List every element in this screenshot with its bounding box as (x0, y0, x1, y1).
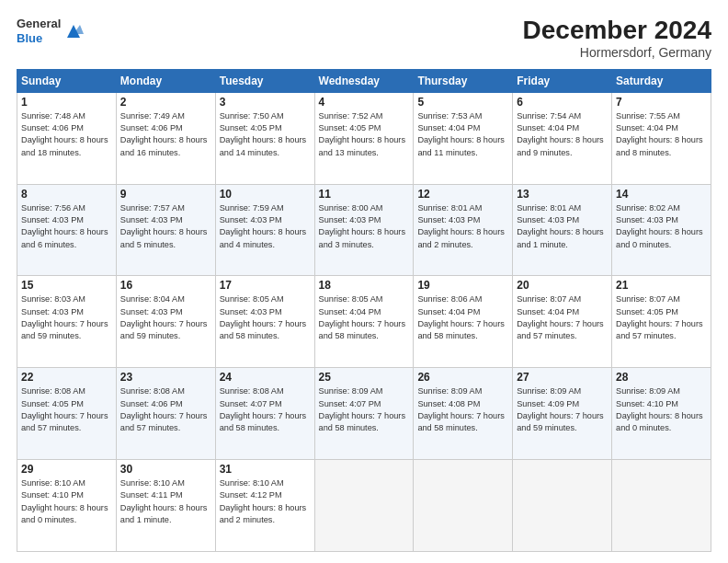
calendar-cell: 14Sunrise: 8:02 AMSunset: 4:03 PMDayligh… (612, 184, 711, 276)
day-info: Sunrise: 8:01 AMSunset: 4:03 PMDaylight … (417, 202, 508, 251)
calendar-cell: 30Sunrise: 8:10 AMSunset: 4:11 PMDayligh… (116, 460, 215, 552)
day-number: 27 (517, 371, 608, 384)
calendar-cell: 31Sunrise: 8:10 AMSunset: 4:12 PMDayligh… (215, 460, 314, 552)
day-number: 2 (120, 96, 211, 109)
calendar-cell: 19Sunrise: 8:06 AMSunset: 4:04 PMDayligh… (414, 276, 513, 368)
calendar-cell (612, 460, 711, 552)
calendar-cell: 1Sunrise: 7:48 AMSunset: 4:06 PMDaylight… (17, 92, 117, 184)
day-info: Sunrise: 8:02 AMSunset: 4:03 PMDaylight … (616, 202, 707, 251)
calendar-cell: 22Sunrise: 8:08 AMSunset: 4:05 PMDayligh… (17, 368, 117, 460)
calendar-cell: 26Sunrise: 8:09 AMSunset: 4:08 PMDayligh… (414, 368, 513, 460)
day-info: Sunrise: 8:10 AMSunset: 4:10 PMDaylight … (21, 477, 112, 526)
day-info: Sunrise: 8:05 AMSunset: 4:03 PMDaylight … (220, 293, 311, 342)
day-info: Sunrise: 7:52 AMSunset: 4:05 PMDaylight … (319, 110, 410, 159)
day-number: 10 (220, 188, 311, 201)
calendar-week-row: 8Sunrise: 7:56 AMSunset: 4:03 PMDaylight… (17, 184, 711, 276)
calendar-table: Sunday Monday Tuesday Wednesday Thursday… (17, 69, 711, 552)
col-wednesday: Wednesday (314, 69, 414, 92)
logo: General Blue (17, 17, 84, 45)
day-number: 6 (517, 96, 608, 109)
day-number: 30 (120, 463, 211, 476)
calendar-week-row: 15Sunrise: 8:03 AMSunset: 4:03 PMDayligh… (17, 276, 711, 368)
day-info: Sunrise: 8:07 AMSunset: 4:05 PMDaylight … (616, 293, 707, 342)
day-info: Sunrise: 8:08 AMSunset: 4:06 PMDaylight … (120, 385, 211, 434)
day-number: 16 (120, 279, 211, 292)
day-info: Sunrise: 8:00 AMSunset: 4:03 PMDaylight … (319, 202, 410, 251)
calendar-cell: 21Sunrise: 8:07 AMSunset: 4:05 PMDayligh… (612, 276, 711, 368)
calendar-cell: 11Sunrise: 8:00 AMSunset: 4:03 PMDayligh… (314, 184, 414, 276)
page: General Blue December 2024 Hormersdorf, … (0, 0, 728, 563)
day-info: Sunrise: 8:05 AMSunset: 4:04 PMDaylight … (319, 293, 410, 342)
calendar-cell: 20Sunrise: 8:07 AMSunset: 4:04 PMDayligh… (513, 276, 612, 368)
col-thursday: Thursday (414, 69, 513, 92)
col-tuesday: Tuesday (215, 69, 314, 92)
day-number: 12 (417, 188, 508, 201)
day-info: Sunrise: 8:08 AMSunset: 4:05 PMDaylight … (21, 385, 112, 434)
col-sunday: Sunday (17, 69, 117, 92)
day-number: 8 (21, 188, 112, 201)
calendar-cell: 24Sunrise: 8:08 AMSunset: 4:07 PMDayligh… (215, 368, 314, 460)
day-number: 15 (21, 279, 112, 292)
col-friday: Friday (513, 69, 612, 92)
day-info: Sunrise: 8:04 AMSunset: 4:03 PMDaylight … (120, 293, 211, 342)
calendar-cell: 23Sunrise: 8:08 AMSunset: 4:06 PMDayligh… (116, 368, 215, 460)
day-info: Sunrise: 7:57 AMSunset: 4:03 PMDaylight … (120, 202, 211, 251)
day-number: 21 (616, 279, 707, 292)
calendar-cell: 18Sunrise: 8:05 AMSunset: 4:04 PMDayligh… (314, 276, 414, 368)
location: Hormersdorf, Germany (523, 45, 711, 60)
day-info: Sunrise: 8:10 AMSunset: 4:11 PMDaylight … (120, 477, 211, 526)
day-number: 28 (616, 371, 707, 384)
calendar-week-row: 29Sunrise: 8:10 AMSunset: 4:10 PMDayligh… (17, 460, 711, 552)
calendar-cell: 15Sunrise: 8:03 AMSunset: 4:03 PMDayligh… (17, 276, 117, 368)
day-info: Sunrise: 8:01 AMSunset: 4:03 PMDaylight … (517, 202, 608, 251)
day-number: 7 (616, 96, 707, 109)
day-info: Sunrise: 8:09 AMSunset: 4:09 PMDaylight … (517, 385, 608, 434)
day-info: Sunrise: 7:55 AMSunset: 4:04 PMDaylight … (616, 110, 707, 159)
title-block: December 2024 Hormersdorf, Germany (523, 17, 711, 60)
day-info: Sunrise: 8:09 AMSunset: 4:10 PMDaylight … (616, 385, 707, 434)
day-number: 18 (319, 279, 410, 292)
day-info: Sunrise: 7:59 AMSunset: 4:03 PMDaylight … (220, 202, 311, 251)
day-number: 23 (120, 371, 211, 384)
day-info: Sunrise: 7:53 AMSunset: 4:04 PMDaylight … (417, 110, 508, 159)
calendar-cell: 27Sunrise: 8:09 AMSunset: 4:09 PMDayligh… (513, 368, 612, 460)
header: General Blue December 2024 Hormersdorf, … (17, 17, 711, 60)
day-info: Sunrise: 8:07 AMSunset: 4:04 PMDaylight … (517, 293, 608, 342)
calendar-cell: 29Sunrise: 8:10 AMSunset: 4:10 PMDayligh… (17, 460, 117, 552)
calendar-cell: 7Sunrise: 7:55 AMSunset: 4:04 PMDaylight… (612, 92, 711, 184)
calendar-cell: 9Sunrise: 7:57 AMSunset: 4:03 PMDaylight… (116, 184, 215, 276)
day-number: 13 (517, 188, 608, 201)
day-number: 29 (21, 463, 112, 476)
calendar-cell: 10Sunrise: 7:59 AMSunset: 4:03 PMDayligh… (215, 184, 314, 276)
calendar-cell: 6Sunrise: 7:54 AMSunset: 4:04 PMDaylight… (513, 92, 612, 184)
day-number: 5 (417, 96, 508, 109)
day-info: Sunrise: 8:10 AMSunset: 4:12 PMDaylight … (220, 477, 311, 526)
calendar-cell (513, 460, 612, 552)
calendar-cell (414, 460, 513, 552)
day-number: 31 (220, 463, 311, 476)
day-number: 3 (220, 96, 311, 109)
calendar-cell: 25Sunrise: 8:09 AMSunset: 4:07 PMDayligh… (314, 368, 414, 460)
day-number: 20 (517, 279, 608, 292)
day-info: Sunrise: 8:03 AMSunset: 4:03 PMDaylight … (21, 293, 112, 342)
day-info: Sunrise: 8:06 AMSunset: 4:04 PMDaylight … (417, 293, 508, 342)
day-number: 17 (220, 279, 311, 292)
calendar-cell: 4Sunrise: 7:52 AMSunset: 4:05 PMDaylight… (314, 92, 414, 184)
day-number: 9 (120, 188, 211, 201)
day-number: 22 (21, 371, 112, 384)
calendar-cell: 3Sunrise: 7:50 AMSunset: 4:05 PMDaylight… (215, 92, 314, 184)
day-info: Sunrise: 7:48 AMSunset: 4:06 PMDaylight … (21, 110, 112, 159)
calendar-cell: 12Sunrise: 8:01 AMSunset: 4:03 PMDayligh… (414, 184, 513, 276)
logo-text: General Blue (17, 17, 61, 45)
calendar-cell: 28Sunrise: 8:09 AMSunset: 4:10 PMDayligh… (612, 368, 711, 460)
calendar-week-row: 1Sunrise: 7:48 AMSunset: 4:06 PMDaylight… (17, 92, 711, 184)
day-number: 24 (220, 371, 311, 384)
day-info: Sunrise: 7:49 AMSunset: 4:06 PMDaylight … (120, 110, 211, 159)
day-number: 26 (417, 371, 508, 384)
col-monday: Monday (116, 69, 215, 92)
calendar-cell: 2Sunrise: 7:49 AMSunset: 4:06 PMDaylight… (116, 92, 215, 184)
calendar-cell: 17Sunrise: 8:05 AMSunset: 4:03 PMDayligh… (215, 276, 314, 368)
calendar-cell: 16Sunrise: 8:04 AMSunset: 4:03 PMDayligh… (116, 276, 215, 368)
calendar-cell: 5Sunrise: 7:53 AMSunset: 4:04 PMDaylight… (414, 92, 513, 184)
calendar-cell (314, 460, 414, 552)
